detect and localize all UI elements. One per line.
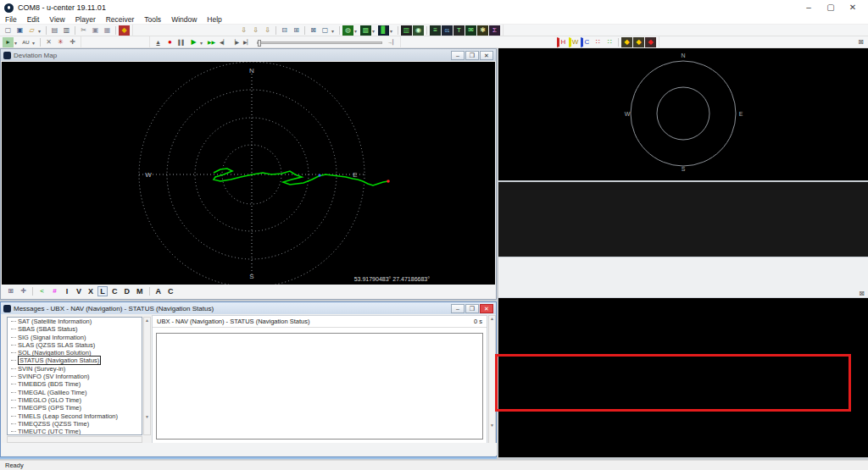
- autobaud-icon[interactable]: ✕: [43, 37, 54, 47]
- tree-item[interactable]: TIMEGLO (GLO Time): [8, 396, 142, 404]
- import-alp-icon[interactable]: ⇩: [250, 25, 261, 36]
- save-file-icon[interactable]: ▣: [14, 25, 25, 36]
- menu-file[interactable]: File: [0, 15, 22, 24]
- minimize-icon[interactable]: –: [451, 304, 465, 313]
- skip-end-icon[interactable]: ▶▏: [242, 37, 253, 47]
- sky-view-btn-icon[interactable]: ◍: [342, 25, 353, 36]
- play-dropdown-icon[interactable]: ▾: [200, 40, 205, 46]
- window-list-icon[interactable]: ▢: [320, 25, 331, 36]
- close-icon[interactable]: ✕: [480, 51, 493, 60]
- pkg-epo-icon[interactable]: ◆: [621, 37, 632, 47]
- map-view-icon[interactable]: ▩: [360, 25, 371, 36]
- hotkey-icon[interactable]: ✳: [55, 37, 66, 47]
- tree-item[interactable]: TIMEGAL (Galileo Time): [8, 389, 142, 396]
- devmap-mode-c-button[interactable]: C: [165, 286, 176, 296]
- chart-view-icon[interactable]: ▊: [378, 25, 389, 36]
- connect-port-dropdown-icon[interactable]: ▾: [14, 40, 19, 46]
- restore-icon[interactable]: ❒: [465, 304, 479, 313]
- data-panel-scroll-area[interactable]: [498, 257, 868, 289]
- step-back-icon[interactable]: ◀▏: [218, 37, 229, 47]
- devmap-mode-l-button[interactable]: L: [97, 286, 108, 296]
- maximize-icon[interactable]: ▢: [820, 1, 842, 15]
- devmap-mode-a-button[interactable]: A: [153, 286, 164, 296]
- deviation-map-canvas[interactable]: N S W E 53.91790483° 27.47186683°: [2, 62, 495, 285]
- tile-horizontal-icon[interactable]: ⊟: [279, 25, 290, 36]
- ucenter-logo-icon[interactable]: ◆: [119, 25, 130, 36]
- histogram-view-icon[interactable]: ▥: [401, 25, 412, 36]
- record-icon[interactable]: ●: [164, 37, 175, 47]
- devmap-mode-c-button[interactable]: C: [109, 286, 120, 296]
- tile-vertical-icon[interactable]: ⊞: [291, 25, 302, 36]
- devmap-mode-i-button[interactable]: I: [62, 286, 72, 296]
- devmap-mode-v-button[interactable]: V: [74, 286, 84, 296]
- open-file-icon[interactable]: ▱: [26, 25, 37, 36]
- tree-item[interactable]: SBAS (SBAS Status): [8, 325, 142, 333]
- tree-item[interactable]: SAT (Satellite Information): [8, 318, 142, 325]
- play-icon[interactable]: ▶: [188, 37, 199, 47]
- menu-tools[interactable]: Tools: [139, 15, 166, 24]
- camera-view-icon[interactable]: ◉: [413, 25, 424, 36]
- import-epo-icon[interactable]: ⇩: [238, 25, 249, 36]
- menu-view[interactable]: View: [44, 15, 70, 24]
- map-view-dropdown-icon[interactable]: ▾: [372, 28, 377, 34]
- tree-item[interactable]: STATUS (Navigation Status): [8, 357, 142, 364]
- config-view-icon[interactable]: ✱: [477, 25, 488, 36]
- baudrate-dropdown-icon[interactable]: ▾: [32, 40, 37, 46]
- connect-port-icon[interactable]: ▸: [3, 37, 14, 47]
- window-list-dropdown-icon[interactable]: ▾: [331, 28, 337, 34]
- jump-end-icon[interactable]: →▏: [387, 37, 398, 47]
- open-file-dropdown-icon[interactable]: ▾: [38, 28, 43, 34]
- temp-cold-icon[interactable]: C: [581, 37, 592, 47]
- packet-console-icon[interactable]: ≡: [430, 25, 441, 36]
- tree-item[interactable]: TIMELS (Leap Second Information): [8, 412, 142, 420]
- new-file-icon[interactable]: ▢: [3, 25, 14, 36]
- print-icon[interactable]: ▤: [49, 25, 60, 36]
- message-tree[interactable]: SAT (Satellite Information)SBAS (SBAS St…: [7, 317, 142, 435]
- copy-icon[interactable]: ▣: [90, 25, 101, 36]
- tree-item[interactable]: SLAS (QZSS SLAS Status): [8, 341, 142, 349]
- statistic-view-icon[interactable]: Σ: [489, 25, 500, 36]
- tree-vertical-scrollbar[interactable]: ▲▼: [143, 317, 151, 435]
- import-file-icon[interactable]: ⇩: [262, 25, 273, 36]
- menu-window[interactable]: Window: [166, 15, 202, 24]
- tree-item[interactable]: TIMEGPS (GPS Time): [8, 404, 142, 412]
- dev-zoom-icon[interactable]: ⊞: [5, 286, 16, 296]
- paste-icon[interactable]: ▦: [102, 25, 113, 36]
- dev-center-icon[interactable]: ✛: [18, 286, 29, 296]
- temp-warm-icon[interactable]: W: [569, 37, 580, 47]
- panel-close-icon[interactable]: ⊠: [855, 37, 866, 47]
- dev-less-icon[interactable]: <: [36, 286, 47, 296]
- tree-item[interactable]: TIMEBDS (BDS Time): [8, 380, 142, 388]
- step-forward-icon[interactable]: ▕▶: [230, 37, 241, 47]
- devmap-mode-d-button[interactable]: D: [122, 286, 133, 296]
- tree-item[interactable]: SIG (Signal Information): [8, 334, 142, 341]
- menu-receiver[interactable]: Receiver: [101, 15, 140, 24]
- tree-item[interactable]: SVIN (Survey-in): [8, 365, 142, 373]
- devmap-mode-x-button[interactable]: X: [86, 286, 96, 296]
- devmap-mode-m-button[interactable]: M: [134, 286, 146, 296]
- menu-help[interactable]: Help: [202, 15, 226, 24]
- sky-view-btn-dropdown-icon[interactable]: ▾: [354, 28, 359, 34]
- temp-hot-icon[interactable]: H: [557, 37, 568, 47]
- pkg-alp-icon[interactable]: ◆: [633, 37, 644, 47]
- player-slider[interactable]: [257, 41, 382, 44]
- minimize-icon[interactable]: –: [798, 1, 820, 15]
- messages-view-icon[interactable]: ✉: [465, 25, 476, 36]
- print-preview-icon[interactable]: ▥: [61, 25, 72, 36]
- text-console-icon[interactable]: T: [453, 25, 465, 36]
- antenna-icon[interactable]: ✛: [67, 37, 78, 47]
- cut-icon[interactable]: ✂: [78, 25, 89, 36]
- binary-console-icon[interactable]: 01: [442, 25, 453, 36]
- tree-item[interactable]: TIMEQZSS (QZSS Time): [8, 420, 142, 428]
- eject-icon[interactable]: ▴: [153, 37, 164, 47]
- fix-dots-icon[interactable]: ∷: [593, 37, 604, 47]
- tree-item[interactable]: TIMEUTC (UTC Time): [8, 428, 142, 435]
- menu-edit[interactable]: Edit: [22, 15, 45, 24]
- restore-icon[interactable]: ❒: [465, 51, 479, 60]
- tree-item[interactable]: SVINFO (SV Information): [8, 373, 142, 380]
- baudrate-icon[interactable]: AU: [20, 37, 31, 47]
- fix-sats-icon[interactable]: ∷: [604, 37, 615, 47]
- slider-thumb[interactable]: [258, 40, 261, 47]
- close-icon[interactable]: ✕: [842, 1, 864, 15]
- dev-grid-icon[interactable]: #: [49, 286, 60, 296]
